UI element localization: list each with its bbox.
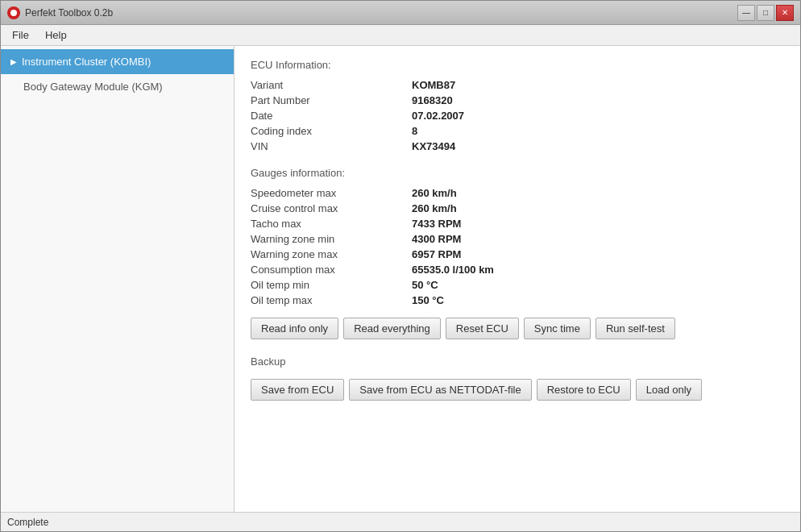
ecu-coding-row: Coding index 8 — [251, 125, 784, 137]
maximize-button[interactable]: □ — [757, 5, 774, 21]
gauge-speedometer-value: 260 km/h — [412, 187, 457, 199]
gauge-warnmax-row: Warning zone max 6957 RPM — [251, 248, 784, 260]
window-title: Perfekt Toolbox 0.2b — [25, 7, 113, 19]
reset-ecu-button[interactable]: Reset ECU — [446, 318, 519, 339]
backup-title: Backup — [251, 355, 784, 368]
gauge-oilmin-value: 50 °C — [412, 279, 438, 291]
menu-help[interactable]: Help — [37, 27, 75, 44]
ecu-vin-row: VIN KX73494 — [251, 140, 784, 152]
gauge-consumption-value: 65535.0 l/100 km — [412, 264, 494, 276]
title-bar-controls: — □ ✕ — [737, 5, 794, 21]
sidebar-item-kgm-label: Body Gateway Module (KGM) — [23, 81, 163, 93]
sidebar-item-kombi-label: Instrument Cluster (KOMBI) — [22, 56, 151, 68]
save-from-ecu-nettodat-button[interactable]: Save from ECU as NETTODAT-file — [349, 379, 531, 401]
close-button[interactable]: ✕ — [776, 5, 794, 21]
main-content: ▶ Instrument Cluster (KOMBI) Body Gatewa… — [1, 46, 800, 512]
ecu-date-label: Date — [251, 110, 412, 122]
run-self-test-button[interactable]: Run self-test — [596, 318, 675, 339]
status-text: Complete — [7, 517, 48, 528]
ecu-date-value: 07.02.2007 — [412, 110, 464, 122]
read-everything-button[interactable]: Read everything — [343, 318, 441, 339]
gauge-tacho-label: Tacho max — [251, 218, 412, 230]
save-from-ecu-button[interactable]: Save from ECU — [251, 379, 344, 401]
ecu-vin-label: VIN — [251, 140, 412, 152]
load-only-button[interactable]: Load only — [636, 379, 702, 401]
gauge-oilmin-label: Oil temp min — [251, 279, 412, 291]
status-bar: Complete — [1, 512, 800, 531]
ecu-partnumber-label: Part Number — [251, 94, 412, 106]
ecu-variant-label: Variant — [251, 79, 412, 91]
sync-time-button[interactable]: Sync time — [524, 318, 591, 339]
gauge-warnmin-row: Warning zone min 4300 RPM — [251, 233, 784, 245]
menu-file[interactable]: File — [4, 27, 37, 44]
gauge-cruise-value: 260 km/h — [412, 202, 457, 214]
ecu-vin-value: KX73494 — [412, 140, 455, 152]
gauge-warnmax-label: Warning zone max — [251, 248, 412, 260]
ecu-partnumber-value: 9168320 — [412, 94, 453, 106]
gauge-oilmax-label: Oil temp max — [251, 294, 412, 306]
ecu-partnumber-row: Part Number 9168320 — [251, 94, 784, 106]
gauge-tacho-row: Tacho max 7433 RPM — [251, 218, 784, 230]
read-info-only-button[interactable]: Read info only — [251, 318, 338, 339]
sidebar: ▶ Instrument Cluster (KOMBI) Body Gatewa… — [1, 46, 234, 512]
gauges-section-title: Gauges information: — [251, 167, 784, 179]
restore-to-ecu-button[interactable]: Restore to ECU — [537, 379, 631, 401]
gauge-speedometer-label: Speedometer max — [251, 187, 412, 199]
ecu-variant-row: Variant KOMB87 — [251, 79, 784, 91]
gauge-cruise-label: Cruise control max — [251, 202, 412, 214]
gauge-warnmax-value: 6957 RPM — [412, 248, 461, 260]
ecu-section-title: ECU Information: — [251, 59, 784, 71]
main-window: Perfekt Toolbox 0.2b — □ ✕ File Help ▶ I… — [0, 0, 801, 532]
gauge-consumption-row: Consumption max 65535.0 l/100 km — [251, 264, 784, 276]
gauge-oilmax-row: Oil temp max 150 °C — [251, 294, 784, 306]
arrow-icon: ▶ — [10, 57, 17, 66]
gauge-warnmin-label: Warning zone min — [251, 233, 412, 245]
title-bar-left: Perfekt Toolbox 0.2b — [7, 6, 113, 19]
gauge-cruise-row: Cruise control max 260 km/h — [251, 202, 784, 214]
menu-bar: File Help — [1, 25, 800, 46]
sidebar-item-kgm[interactable]: Body Gateway Module (KGM) — [1, 74, 234, 99]
minimize-button[interactable]: — — [737, 5, 755, 21]
gauge-consumption-label: Consumption max — [251, 264, 412, 276]
ecu-date-row: Date 07.02.2007 — [251, 110, 784, 122]
ecu-coding-label: Coding index — [251, 125, 412, 137]
gauge-warnmin-value: 4300 RPM — [412, 233, 461, 245]
ecu-variant-value: KOMB87 — [412, 79, 455, 91]
gauge-oilmax-value: 150 °C — [412, 294, 444, 306]
app-icon — [7, 6, 20, 19]
backup-buttons-row: Save from ECU Save from ECU as NETTODAT-… — [251, 379, 784, 401]
gauge-oilmin-row: Oil temp min 50 °C — [251, 279, 784, 291]
content-area: ECU Information: Variant KOMB87 Part Num… — [234, 46, 800, 512]
ecu-coding-value: 8 — [412, 125, 417, 137]
action-buttons-row: Read info only Read everything Reset ECU… — [251, 318, 784, 339]
gauge-tacho-value: 7433 RPM — [412, 218, 461, 230]
backup-section: Backup Save from ECU Save from ECU as NE… — [251, 355, 784, 401]
title-bar: Perfekt Toolbox 0.2b — □ ✕ — [1, 1, 800, 25]
sidebar-item-kombi[interactable]: ▶ Instrument Cluster (KOMBI) — [1, 49, 234, 74]
gauge-speedometer-row: Speedometer max 260 km/h — [251, 187, 784, 199]
